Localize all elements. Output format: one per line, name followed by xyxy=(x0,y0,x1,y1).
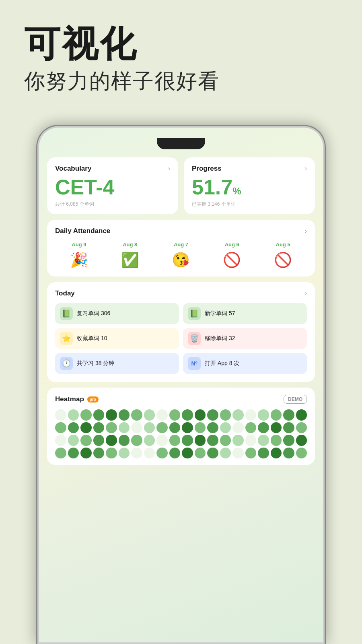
day-aug7: Aug 7 😘 xyxy=(157,242,205,268)
day-aug7-label: Aug 7 xyxy=(174,242,188,248)
progress-title: Progress xyxy=(192,165,222,173)
heat-dot xyxy=(119,422,130,433)
heat-dot xyxy=(232,435,244,446)
day-aug9: Aug 9 🎉 xyxy=(55,242,103,268)
day-aug6-no-icon: 🚫 xyxy=(223,252,241,268)
vocabulary-chevron-icon[interactable]: › xyxy=(168,165,170,172)
heat-dot xyxy=(271,448,282,459)
heat-dot xyxy=(169,409,181,421)
heat-dot xyxy=(195,409,206,421)
heat-dot xyxy=(93,422,105,433)
heat-dot xyxy=(258,435,269,446)
attendance-days: Aug 9 🎉 Aug 8 ✅ Aug 7 😘 Aug 6 🚫 Aug 5 xyxy=(55,242,307,268)
top-cards-row: Vocabulary › CET-4 共计 6,085 个单词 Progress… xyxy=(47,157,315,214)
progress-value: 51.7% xyxy=(192,177,307,198)
heat-dot xyxy=(296,448,307,459)
stat-remove-label: 移除单词 32 xyxy=(205,335,235,342)
day-aug8-emoji: ✅ xyxy=(121,252,139,268)
stat-review: 📗 复习单词 306 xyxy=(55,303,179,324)
heat-dot xyxy=(258,448,269,459)
heat-dot xyxy=(232,422,244,433)
heat-dot xyxy=(169,422,181,433)
vocabulary-sub: 共计 6,085 个单词 xyxy=(55,201,170,208)
heat-dot xyxy=(131,422,142,433)
heat-dot xyxy=(156,435,168,446)
attendance-chevron-icon[interactable]: › xyxy=(305,227,307,235)
stat-opens-label: 打开 App 8 次 xyxy=(205,360,239,367)
heat-dot xyxy=(271,435,282,446)
heat-dot xyxy=(144,448,155,459)
today-chevron-icon[interactable]: › xyxy=(305,290,307,297)
heat-dot xyxy=(55,448,66,459)
header-section: 可视化 你努力的样子很好看 xyxy=(24,24,338,95)
day-aug7-emoji: 😘 xyxy=(172,252,190,268)
day-aug5: Aug 5 🚫 xyxy=(259,242,307,268)
progress-sub: 已掌握 3,146 个单词 xyxy=(192,201,307,208)
heat-dot xyxy=(131,448,142,459)
day-aug6: Aug 6 🚫 xyxy=(208,242,256,268)
pro-badge: pro xyxy=(87,396,99,402)
attendance-card: Daily Attendance › Aug 9 🎉 Aug 8 ✅ Aug 7… xyxy=(47,220,315,277)
stat-new-label: 新学单词 57 xyxy=(205,310,235,317)
progress-chevron-icon[interactable]: › xyxy=(305,165,307,172)
today-stats-grid: 📗 复习单词 306 📗 新学单词 57 ⭐ 收藏单词 10 🗑️ 移除单词 3… xyxy=(55,303,307,374)
day-aug8: Aug 8 ✅ xyxy=(106,242,154,268)
today-card: Today › 📗 复习单词 306 📗 新学单词 57 ⭐ 收藏单词 10 🗑… xyxy=(47,282,315,382)
heat-dot xyxy=(156,422,168,433)
heatmap-card: Heatmap pro DEMO xyxy=(47,388,315,465)
heat-dot xyxy=(55,435,66,446)
stat-review-label: 复习单词 306 xyxy=(77,310,110,317)
stat-remove-icon: 🗑️ xyxy=(188,332,201,345)
stat-time-label: 共学习 38 分钟 xyxy=(77,360,114,367)
stat-opens: Nº 打开 App 8 次 xyxy=(183,353,307,374)
heat-dot xyxy=(207,409,218,421)
heat-dot xyxy=(68,435,79,446)
stat-opens-icon: Nº xyxy=(188,357,201,370)
heat-dot xyxy=(156,409,168,421)
stat-new: 📗 新学单词 57 xyxy=(183,303,307,324)
stat-time: 🕐 共学习 38 分钟 xyxy=(55,353,179,374)
heat-dot xyxy=(68,422,79,433)
heat-dot xyxy=(245,409,257,421)
phone-frame: Vocabulary › CET-4 共计 6,085 个单词 Progress… xyxy=(36,125,326,644)
attendance-title: Daily Attendance xyxy=(55,227,110,235)
heatmap-title: Heatmap xyxy=(55,395,84,403)
heat-dot xyxy=(283,448,294,459)
heat-dot xyxy=(144,435,155,446)
heat-dot xyxy=(106,435,117,446)
heat-dot xyxy=(182,448,193,459)
stat-favorite-icon: ⭐ xyxy=(60,332,73,345)
heat-dot xyxy=(144,422,155,433)
heat-dot xyxy=(93,448,105,459)
today-title: Today xyxy=(55,289,75,297)
vocabulary-card[interactable]: Vocabulary › CET-4 共计 6,085 个单词 xyxy=(47,157,178,214)
heat-dot xyxy=(296,422,307,433)
day-aug9-emoji: 🎉 xyxy=(70,252,88,268)
heat-dot xyxy=(68,409,79,421)
heat-dot xyxy=(182,409,193,421)
heat-dot xyxy=(207,422,218,433)
demo-badge[interactable]: DEMO xyxy=(284,395,307,404)
heat-dot xyxy=(245,448,257,459)
day-aug5-no-icon: 🚫 xyxy=(274,252,292,268)
heat-dot xyxy=(195,448,206,459)
heat-dot xyxy=(80,435,92,446)
heat-dot xyxy=(169,448,181,459)
heat-dot xyxy=(131,435,142,446)
heat-dot xyxy=(144,409,155,421)
heat-dot xyxy=(195,422,206,433)
heat-dot xyxy=(119,448,130,459)
heat-dot xyxy=(245,422,257,433)
progress-card[interactable]: Progress › 51.7% 已掌握 3,146 个单词 xyxy=(184,157,315,214)
headline: 可视化 xyxy=(24,24,338,64)
heat-dot xyxy=(220,435,231,446)
heat-dot xyxy=(195,435,206,446)
heat-dot xyxy=(156,448,168,459)
vocabulary-title: Vocabulary xyxy=(55,165,91,173)
stat-favorite: ⭐ 收藏单词 10 xyxy=(55,328,179,349)
heat-dot xyxy=(169,435,181,446)
heat-dot xyxy=(55,422,66,433)
heat-dot xyxy=(220,422,231,433)
heat-dot xyxy=(296,435,307,446)
heat-dot xyxy=(119,409,130,421)
